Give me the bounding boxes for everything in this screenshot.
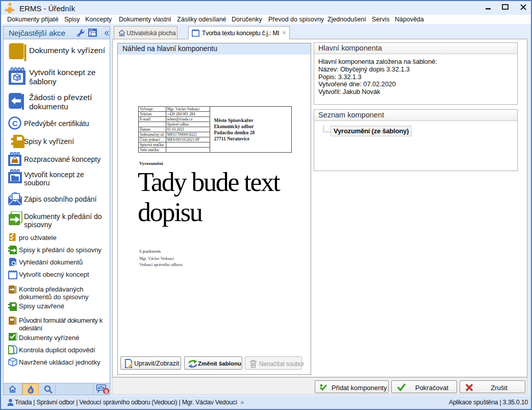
svg-text:9: 9: [105, 389, 108, 395]
svg-text:C: C: [12, 119, 18, 128]
